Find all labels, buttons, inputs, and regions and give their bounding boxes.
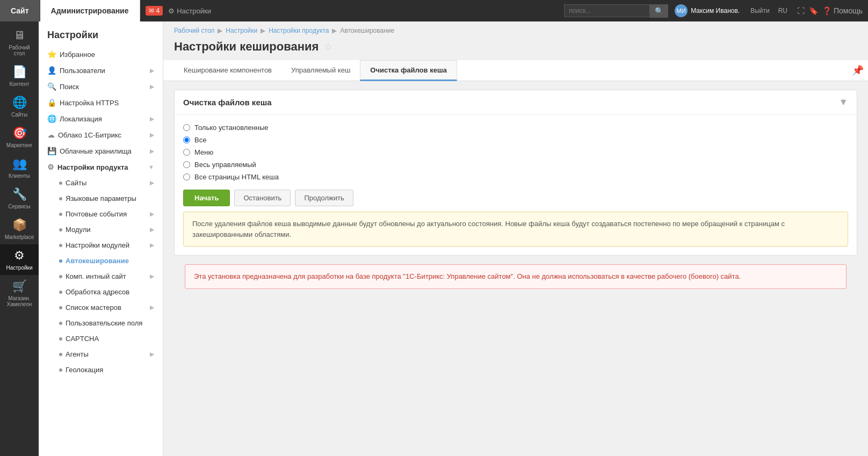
arrow-right-icon3: ▶	[150, 115, 154, 122]
radio-managed-label: Весь управляемый	[194, 161, 256, 169]
user-icon: 👤	[47, 66, 56, 75]
sidebar-label-clients: Клиенты	[9, 173, 30, 179]
settings-nav-label: Настройки	[177, 7, 211, 15]
logout-button[interactable]: Выйти	[746, 7, 774, 15]
breadcrumb-settings[interactable]: Настройки	[226, 27, 257, 34]
sidebar-item-clients[interactable]: 👥 Клиенты	[0, 153, 39, 183]
radio-html[interactable]: Все страницы HTML кеша	[183, 173, 848, 181]
avatar: МИ	[675, 4, 688, 17]
help-button[interactable]: ❓ Помощь	[822, 6, 863, 15]
cloud-icon: ☁	[47, 131, 55, 139]
breadcrumb-desktop[interactable]: Рабочий стол	[174, 27, 214, 34]
radio-installed[interactable]: Только установленные	[183, 124, 848, 132]
expand-icon: ▼	[148, 164, 154, 170]
menu-item-module-settings[interactable]: Настройки модулей ▶	[44, 237, 163, 253]
sidebar-item-settings[interactable]: ⚙ Настройки	[0, 244, 39, 275]
settings-nav-item[interactable]: ⚙ Настройки	[168, 7, 211, 15]
breadcrumb-autocache: Автокеширование	[340, 27, 394, 34]
left-menu: Настройки ⭐ Избранное 👤 Пользователи ▶ 🔍…	[39, 21, 163, 456]
arrow-right-icon9: ▶	[150, 242, 154, 249]
menu-item-modules[interactable]: Модули ▶	[44, 222, 163, 237]
panel-title: Очистка файлов кеша	[183, 98, 272, 107]
arrow-right-icon5: ▶	[150, 148, 154, 155]
collapse-icon[interactable]: ▼	[838, 97, 848, 108]
menu-item-address[interactable]: Обработка адресов	[44, 284, 163, 300]
fullscreen-icon[interactable]: ⛶	[797, 6, 805, 15]
radio-menu[interactable]: Меню	[183, 148, 848, 156]
desktop-icon: 🖥	[13, 28, 25, 42]
menu-item-product-settings[interactable]: ⚙ Настройки продукта ▼	[39, 159, 163, 175]
info-box: После удаления файлов кеша выводимые дан…	[183, 212, 848, 247]
menu-label-locale: Локализация	[60, 115, 102, 123]
sidebar-item-content[interactable]: 📄 Контент	[0, 61, 39, 91]
search-input[interactable]	[564, 4, 650, 17]
menu-item-bitrix-cloud[interactable]: ☁ Облако 1С-Битрикс ▶	[39, 127, 163, 143]
search-bar: 🔍	[564, 4, 668, 18]
menu-item-composite[interactable]: Комп. интный сайт ▶	[44, 269, 163, 284]
sidebar-item-store[interactable]: 🛒 Магазин. Хамелеон	[0, 275, 39, 312]
menu-label-module-settings: Настройки модулей	[66, 241, 129, 249]
radio-menu-input[interactable]	[183, 149, 190, 156]
sidebar-item-sites[interactable]: 🌐 Сайты	[0, 91, 39, 122]
tabs-bar: Кеширование компонентов Управляемый кеш …	[163, 60, 868, 81]
bullet-icon11	[59, 353, 62, 356]
bullet-icon8	[59, 306, 62, 309]
marketing-icon: 🎯	[12, 126, 27, 140]
bullet-icon6	[59, 275, 62, 278]
menu-item-agents[interactable]: Агенты ▶	[44, 346, 163, 362]
notification-badge[interactable]: ✉ 4	[146, 6, 163, 16]
sidebar-item-services[interactable]: 🔧 Сервисы	[0, 183, 39, 214]
continue-button[interactable]: Продолжить	[295, 190, 353, 206]
product-settings-submenu: Сайты ▶ Языковые параметры Почтовые собы…	[39, 175, 163, 378]
start-button[interactable]: Начать	[183, 190, 230, 206]
tab-clear-files[interactable]: Очистка файлов кеша	[360, 60, 457, 81]
sidebar-label-marketplace: Marketplace	[5, 234, 34, 240]
bookmark-icon[interactable]: 🔖	[809, 6, 818, 15]
menu-item-favorites[interactable]: ⭐ Избранное	[39, 46, 163, 62]
radio-all-input[interactable]	[183, 136, 190, 143]
radio-managed[interactable]: Весь управляемый	[183, 161, 848, 169]
cache-type-radio-group: Только установленные Все Меню Весь	[183, 124, 848, 181]
tab-managed-cache[interactable]: Управляемый кеш	[281, 61, 360, 81]
radio-all[interactable]: Все	[183, 136, 848, 144]
radio-html-input[interactable]	[183, 173, 190, 180]
favorite-star-icon[interactable]: ☆	[324, 41, 332, 53]
menu-item-masters[interactable]: Список мастеров ▶	[44, 300, 163, 315]
menu-label-favorites: Избранное	[60, 50, 95, 59]
menu-item-users[interactable]: 👤 Пользователи ▶	[39, 62, 163, 78]
sidebar-item-desktop[interactable]: 🖥 Рабочий стол	[0, 24, 39, 61]
site-tab[interactable]: Сайт	[0, 0, 40, 21]
services-icon: 🔧	[12, 187, 27, 201]
language-selector[interactable]: RU	[774, 7, 792, 15]
menu-item-autocache[interactable]: Автокеширование	[44, 253, 163, 269]
sidebar-item-marketplace[interactable]: 📦 Marketplace	[0, 214, 39, 244]
arrow-right-icon7: ▶	[150, 211, 154, 218]
menu-item-mail-events[interactable]: Почтовые события ▶	[44, 206, 163, 222]
tab-component-cache[interactable]: Кеширование компонентов	[174, 61, 281, 81]
stop-button[interactable]: Остановить	[234, 190, 291, 206]
menu-item-captcha[interactable]: CAPTCHA	[44, 331, 163, 346]
radio-managed-input[interactable]	[183, 161, 190, 168]
clear-cache-panel: Очистка файлов кеша ▼ Только установленн…	[174, 90, 857, 256]
breadcrumb-sep3: ▶	[332, 27, 337, 34]
bullet-icon9	[59, 322, 62, 325]
admin-tab[interactable]: Администрирование	[40, 0, 140, 21]
menu-item-https[interactable]: 🔒 Настройка HTTPS	[39, 95, 163, 111]
breadcrumb-product-settings[interactable]: Настройки продукта	[269, 27, 329, 34]
menu-item-custom-fields[interactable]: Пользовательские поля	[44, 315, 163, 331]
lock-icon: 🔒	[47, 98, 56, 107]
marketplace-icon: 📦	[12, 218, 27, 232]
sidebar-item-marketing[interactable]: 🎯 Маркетинг	[0, 122, 39, 153]
menu-item-lang-params[interactable]: Языковые параметры	[44, 191, 163, 206]
search-button[interactable]: 🔍	[650, 4, 668, 18]
sidebar-label-services: Сервисы	[8, 204, 30, 209]
menu-item-search[interactable]: 🔍 Поиск ▶	[39, 78, 163, 95]
content-icon: 📄	[12, 65, 27, 79]
pin-icon[interactable]: 📌	[852, 64, 864, 76]
menu-item-geolocation[interactable]: Геолокация	[44, 362, 163, 378]
menu-item-locale[interactable]: 🌐 Локализация ▶	[39, 111, 163, 127]
menu-item-cloud-storage[interactable]: 💾 Облачные хранилища ▶	[39, 143, 163, 159]
radio-installed-input[interactable]	[183, 124, 190, 131]
menu-item-sites-sub[interactable]: Сайты ▶	[44, 175, 163, 191]
panel-body: Только установленные Все Меню Весь	[175, 115, 857, 255]
